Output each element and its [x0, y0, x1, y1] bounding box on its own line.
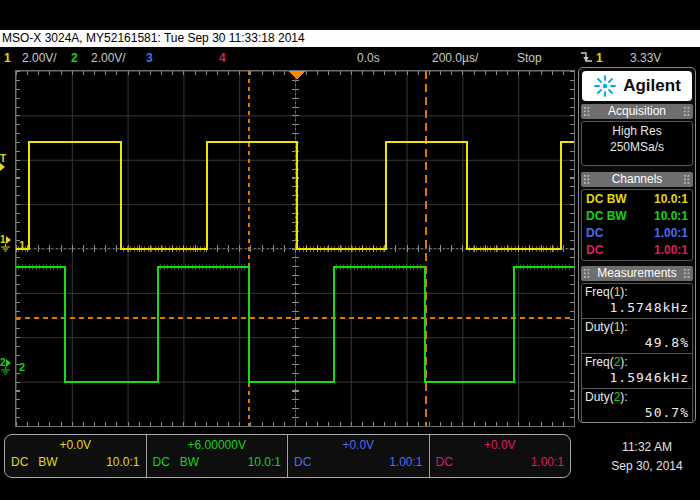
- channel-row-3: DC 1.00:1: [582, 225, 692, 242]
- measurement-freq2: Freq(2): 1.5946kHz: [582, 353, 692, 388]
- measurement-freq1: Freq(1): 1.5748kHz: [582, 284, 692, 318]
- ch1-coupling: DC BW: [586, 191, 627, 208]
- ch2-probe-ratio: 10.0:1: [654, 208, 688, 225]
- clock-time: 11:32 AM: [622, 440, 672, 454]
- ch2-vertical-scale[interactable]: 2.00V/: [91, 50, 126, 66]
- acquisition-header[interactable]: Acquisition: [581, 104, 693, 119]
- grip-dots-icon: [683, 268, 691, 279]
- ch3-badge[interactable]: 3: [146, 50, 153, 66]
- grip-dots-icon: [583, 174, 591, 185]
- trigger-level-marker[interactable]: T: [0, 155, 15, 171]
- grip-dots-icon: [683, 106, 691, 117]
- grip-dots-icon: [683, 174, 691, 185]
- clock-date: Sep 30, 2014: [611, 459, 682, 473]
- ch4-probe-bottom: 1.00:1: [531, 454, 564, 471]
- agilent-starburst-icon: [593, 74, 617, 98]
- clock: 11:32 AM Sep 30, 2014: [597, 438, 697, 476]
- ch4-coupling: DC: [586, 242, 603, 259]
- meas4-value: 50.7%: [585, 405, 689, 421]
- trigger-marker-arrow-icon: [0, 163, 5, 171]
- ch2-ground-icon: [0, 367, 11, 375]
- channel-row-1: DC BW 10.0:1: [582, 191, 692, 208]
- channel-offset-bar: +0.0V DC BW 10.0:1 +6.00000V DC BW 10.0:…: [4, 434, 571, 478]
- side-panel: Agilent Acquisition High Res 250MSa/s Ch…: [578, 67, 696, 423]
- channels-header[interactable]: Channels: [581, 172, 693, 187]
- timebase-readout[interactable]: 200.0µs/: [432, 50, 478, 66]
- ch3-probe-ratio: 1.00:1: [654, 225, 688, 242]
- channels-panel: DC BW 10.0:1 DC BW 10.0:1 DC 1.00:1 DC 1…: [581, 189, 693, 261]
- ch1-vertical-scale[interactable]: 2.00V/: [22, 50, 57, 66]
- ch2-marker-arrow-icon: [6, 359, 11, 367]
- ch3-coupling: DC: [586, 225, 603, 242]
- grip-dots-icon: [583, 268, 591, 279]
- sample-rate: 250MSa/s: [610, 140, 664, 154]
- instrument-id-text: MSO-X 3024A, MY52161581: Tue Sep 30 11:3…: [2, 31, 305, 45]
- status-bar: 1 2.00V/ 2 2.00V/ 3 4 0.0s 200.0µs/ Stop…: [0, 50, 700, 67]
- ch1-ground-marker[interactable]: 1: [0, 236, 15, 253]
- ch2-coupling-bottom: DC: [153, 454, 170, 471]
- ch4-coupling-bottom: DC: [436, 454, 453, 471]
- run-state-readout[interactable]: Stop: [517, 50, 542, 66]
- ch2-badge[interactable]: 2: [71, 50, 78, 66]
- ch3-bw-limit: [321, 454, 389, 471]
- ch4-probe-ratio: 1.00:1: [654, 242, 688, 259]
- trigger-level-readout[interactable]: 3.33V: [630, 50, 661, 66]
- ch1-coupling-bottom: DC: [11, 454, 28, 471]
- ch3-offset-box[interactable]: +0.0V DC 1.00:1: [287, 435, 429, 477]
- ch1-probe-ratio: 10.0:1: [654, 191, 688, 208]
- delay-readout[interactable]: 0.0s: [357, 50, 380, 66]
- channel-row-2: DC BW 10.0:1: [582, 208, 692, 225]
- trigger-marker-label: T: [0, 153, 6, 164]
- timebase-reference-marker[interactable]: [289, 71, 305, 80]
- ch3-offset: +0.0V: [294, 437, 423, 454]
- trigger-source-readout[interactable]: 1: [596, 50, 603, 66]
- ch1-badge[interactable]: 1: [4, 50, 11, 66]
- measurement-duty2: Duty(2): 50.7%: [582, 388, 692, 423]
- waveform-display: 1 2: [15, 70, 575, 427]
- meas2-value: 49.8%: [585, 335, 689, 351]
- acquisition-mode: High Res: [612, 124, 661, 138]
- ch2-coupling: DC BW: [586, 208, 627, 225]
- waveform-svg: [16, 71, 574, 426]
- ch3-probe-bottom: 1.00:1: [389, 454, 422, 471]
- ch2-offset: +6.00000V: [153, 437, 282, 454]
- brand-name: Agilent: [623, 76, 681, 96]
- ch1-probe-bottom: 10.0:1: [106, 454, 139, 471]
- ch4-offset: +0.0V: [436, 437, 565, 454]
- acquisition-header-label: Acquisition: [608, 104, 666, 118]
- ch1-trace-label: 1: [19, 240, 25, 250]
- trigger-edge-icon: [580, 50, 593, 68]
- ch2-trace-label: 2: [19, 362, 25, 372]
- ch1-ground-icon: [0, 244, 11, 252]
- ch1-bw-limit: BW: [38, 454, 106, 471]
- ch2-probe-bottom: 10.0:1: [248, 454, 281, 471]
- measurements-header-label: Measurements: [597, 266, 676, 280]
- grip-dots-icon: [583, 106, 591, 117]
- ch1-offset: +0.0V: [11, 437, 140, 454]
- ch4-badge[interactable]: 4: [219, 50, 226, 66]
- measurements-panel: Freq(1): 1.5748kHz Duty(1): 49.8% Freq(2…: [581, 283, 693, 423]
- ch2-offset-box[interactable]: +6.00000V DC BW 10.0:1: [146, 435, 288, 477]
- ch1-offset-box[interactable]: +0.0V DC BW 10.0:1: [5, 435, 146, 477]
- ch3-coupling-bottom: DC: [294, 454, 311, 471]
- ch1-marker-arrow-icon: [6, 236, 11, 244]
- meas3-value: 1.5946kHz: [585, 370, 689, 386]
- ch4-bw-limit: [463, 454, 531, 471]
- ch2-ground-marker[interactable]: 2: [0, 359, 15, 376]
- brand-logo: Agilent: [582, 71, 692, 101]
- trace-ch2: [16, 267, 574, 382]
- channel-row-4: DC 1.00:1: [582, 242, 692, 259]
- channels-header-label: Channels: [612, 172, 663, 186]
- meas1-value: 1.5748kHz: [585, 300, 689, 316]
- trace-ch1: [16, 142, 574, 249]
- measurements-header[interactable]: Measurements: [581, 266, 693, 281]
- acquisition-panel: High Res 250MSa/s: [581, 121, 693, 166]
- instrument-title-bar: MSO-X 3024A, MY52161581: Tue Sep 30 11:3…: [0, 30, 700, 47]
- ch2-bw-limit: BW: [180, 454, 248, 471]
- measurement-duty1: Duty(1): 49.8%: [582, 318, 692, 353]
- ch4-offset-box[interactable]: +0.0V DC 1.00:1: [429, 435, 571, 477]
